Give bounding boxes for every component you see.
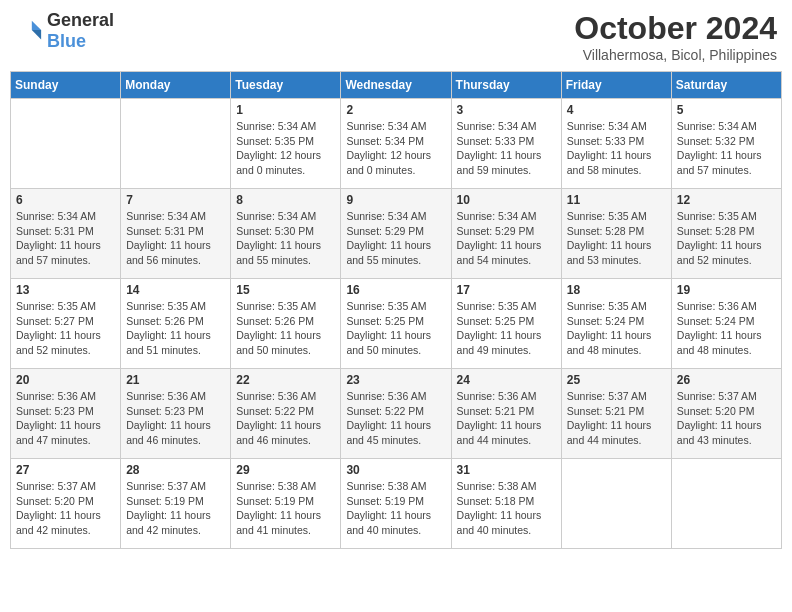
day-number: 4 <box>567 103 666 117</box>
day-detail: Sunrise: 5:36 AM Sunset: 5:22 PM Dayligh… <box>236 389 335 448</box>
day-number: 19 <box>677 283 776 297</box>
day-number: 11 <box>567 193 666 207</box>
calendar-cell: 8Sunrise: 5:34 AM Sunset: 5:30 PM Daylig… <box>231 189 341 279</box>
day-number: 13 <box>16 283 115 297</box>
day-number: 14 <box>126 283 225 297</box>
calendar-cell: 2Sunrise: 5:34 AM Sunset: 5:34 PM Daylig… <box>341 99 451 189</box>
calendar-cell: 28Sunrise: 5:37 AM Sunset: 5:19 PM Dayli… <box>121 459 231 549</box>
calendar-cell: 22Sunrise: 5:36 AM Sunset: 5:22 PM Dayli… <box>231 369 341 459</box>
calendar-week-4: 20Sunrise: 5:36 AM Sunset: 5:23 PM Dayli… <box>11 369 782 459</box>
day-detail: Sunrise: 5:34 AM Sunset: 5:30 PM Dayligh… <box>236 209 335 268</box>
calendar-week-2: 6Sunrise: 5:34 AM Sunset: 5:31 PM Daylig… <box>11 189 782 279</box>
day-detail: Sunrise: 5:34 AM Sunset: 5:32 PM Dayligh… <box>677 119 776 178</box>
calendar-cell <box>121 99 231 189</box>
calendar-cell: 4Sunrise: 5:34 AM Sunset: 5:33 PM Daylig… <box>561 99 671 189</box>
calendar-cell: 20Sunrise: 5:36 AM Sunset: 5:23 PM Dayli… <box>11 369 121 459</box>
calendar-cell: 5Sunrise: 5:34 AM Sunset: 5:32 PM Daylig… <box>671 99 781 189</box>
day-detail: Sunrise: 5:38 AM Sunset: 5:19 PM Dayligh… <box>236 479 335 538</box>
calendar-cell <box>671 459 781 549</box>
day-number: 8 <box>236 193 335 207</box>
day-number: 20 <box>16 373 115 387</box>
day-number: 6 <box>16 193 115 207</box>
weekday-header-saturday: Saturday <box>671 72 781 99</box>
day-detail: Sunrise: 5:37 AM Sunset: 5:19 PM Dayligh… <box>126 479 225 538</box>
day-detail: Sunrise: 5:35 AM Sunset: 5:27 PM Dayligh… <box>16 299 115 358</box>
weekday-header-monday: Monday <box>121 72 231 99</box>
calendar-cell: 14Sunrise: 5:35 AM Sunset: 5:26 PM Dayli… <box>121 279 231 369</box>
month-title: October 2024 <box>574 10 777 47</box>
calendar-cell <box>11 99 121 189</box>
calendar-cell: 31Sunrise: 5:38 AM Sunset: 5:18 PM Dayli… <box>451 459 561 549</box>
day-number: 26 <box>677 373 776 387</box>
day-number: 22 <box>236 373 335 387</box>
day-detail: Sunrise: 5:35 AM Sunset: 5:28 PM Dayligh… <box>677 209 776 268</box>
day-number: 31 <box>457 463 556 477</box>
calendar-cell: 11Sunrise: 5:35 AM Sunset: 5:28 PM Dayli… <box>561 189 671 279</box>
day-number: 18 <box>567 283 666 297</box>
day-number: 3 <box>457 103 556 117</box>
calendar-cell: 12Sunrise: 5:35 AM Sunset: 5:28 PM Dayli… <box>671 189 781 279</box>
day-number: 10 <box>457 193 556 207</box>
day-detail: Sunrise: 5:35 AM Sunset: 5:24 PM Dayligh… <box>567 299 666 358</box>
day-detail: Sunrise: 5:35 AM Sunset: 5:26 PM Dayligh… <box>236 299 335 358</box>
weekday-header-sunday: Sunday <box>11 72 121 99</box>
calendar-cell: 21Sunrise: 5:36 AM Sunset: 5:23 PM Dayli… <box>121 369 231 459</box>
calendar-cell: 24Sunrise: 5:36 AM Sunset: 5:21 PM Dayli… <box>451 369 561 459</box>
calendar-cell: 27Sunrise: 5:37 AM Sunset: 5:20 PM Dayli… <box>11 459 121 549</box>
weekday-header-tuesday: Tuesday <box>231 72 341 99</box>
day-number: 25 <box>567 373 666 387</box>
day-number: 24 <box>457 373 556 387</box>
day-detail: Sunrise: 5:35 AM Sunset: 5:25 PM Dayligh… <box>457 299 556 358</box>
calendar-cell: 7Sunrise: 5:34 AM Sunset: 5:31 PM Daylig… <box>121 189 231 279</box>
day-number: 21 <box>126 373 225 387</box>
day-detail: Sunrise: 5:34 AM Sunset: 5:33 PM Dayligh… <box>567 119 666 178</box>
day-number: 29 <box>236 463 335 477</box>
logo: General Blue <box>15 10 114 52</box>
calendar-cell: 13Sunrise: 5:35 AM Sunset: 5:27 PM Dayli… <box>11 279 121 369</box>
day-detail: Sunrise: 5:36 AM Sunset: 5:22 PM Dayligh… <box>346 389 445 448</box>
day-number: 9 <box>346 193 445 207</box>
page-header: General Blue October 2024 Villahermosa, … <box>10 10 782 63</box>
calendar-cell: 23Sunrise: 5:36 AM Sunset: 5:22 PM Dayli… <box>341 369 451 459</box>
day-detail: Sunrise: 5:34 AM Sunset: 5:29 PM Dayligh… <box>457 209 556 268</box>
day-number: 17 <box>457 283 556 297</box>
day-number: 12 <box>677 193 776 207</box>
day-number: 16 <box>346 283 445 297</box>
day-detail: Sunrise: 5:34 AM Sunset: 5:35 PM Dayligh… <box>236 119 335 178</box>
day-detail: Sunrise: 5:34 AM Sunset: 5:31 PM Dayligh… <box>126 209 225 268</box>
day-number: 1 <box>236 103 335 117</box>
calendar-cell: 6Sunrise: 5:34 AM Sunset: 5:31 PM Daylig… <box>11 189 121 279</box>
calendar-cell: 10Sunrise: 5:34 AM Sunset: 5:29 PM Dayli… <box>451 189 561 279</box>
weekday-header-thursday: Thursday <box>451 72 561 99</box>
calendar-week-5: 27Sunrise: 5:37 AM Sunset: 5:20 PM Dayli… <box>11 459 782 549</box>
calendar-cell: 3Sunrise: 5:34 AM Sunset: 5:33 PM Daylig… <box>451 99 561 189</box>
day-detail: Sunrise: 5:37 AM Sunset: 5:21 PM Dayligh… <box>567 389 666 448</box>
weekday-header-friday: Friday <box>561 72 671 99</box>
calendar-week-3: 13Sunrise: 5:35 AM Sunset: 5:27 PM Dayli… <box>11 279 782 369</box>
day-detail: Sunrise: 5:34 AM Sunset: 5:31 PM Dayligh… <box>16 209 115 268</box>
day-detail: Sunrise: 5:36 AM Sunset: 5:21 PM Dayligh… <box>457 389 556 448</box>
calendar-cell: 30Sunrise: 5:38 AM Sunset: 5:19 PM Dayli… <box>341 459 451 549</box>
calendar-cell: 18Sunrise: 5:35 AM Sunset: 5:24 PM Dayli… <box>561 279 671 369</box>
day-detail: Sunrise: 5:36 AM Sunset: 5:23 PM Dayligh… <box>126 389 225 448</box>
location: Villahermosa, Bicol, Philippines <box>574 47 777 63</box>
day-detail: Sunrise: 5:38 AM Sunset: 5:19 PM Dayligh… <box>346 479 445 538</box>
day-detail: Sunrise: 5:34 AM Sunset: 5:33 PM Dayligh… <box>457 119 556 178</box>
day-detail: Sunrise: 5:38 AM Sunset: 5:18 PM Dayligh… <box>457 479 556 538</box>
calendar-cell: 17Sunrise: 5:35 AM Sunset: 5:25 PM Dayli… <box>451 279 561 369</box>
day-detail: Sunrise: 5:34 AM Sunset: 5:29 PM Dayligh… <box>346 209 445 268</box>
logo-text: General Blue <box>47 10 114 52</box>
day-number: 15 <box>236 283 335 297</box>
calendar-week-1: 1Sunrise: 5:34 AM Sunset: 5:35 PM Daylig… <box>11 99 782 189</box>
calendar-cell: 1Sunrise: 5:34 AM Sunset: 5:35 PM Daylig… <box>231 99 341 189</box>
calendar-cell: 9Sunrise: 5:34 AM Sunset: 5:29 PM Daylig… <box>341 189 451 279</box>
calendar-cell: 29Sunrise: 5:38 AM Sunset: 5:19 PM Dayli… <box>231 459 341 549</box>
calendar-table: SundayMondayTuesdayWednesdayThursdayFrid… <box>10 71 782 549</box>
day-number: 23 <box>346 373 445 387</box>
title-section: October 2024 Villahermosa, Bicol, Philip… <box>574 10 777 63</box>
logo-icon <box>15 17 43 45</box>
day-detail: Sunrise: 5:37 AM Sunset: 5:20 PM Dayligh… <box>16 479 115 538</box>
day-detail: Sunrise: 5:36 AM Sunset: 5:23 PM Dayligh… <box>16 389 115 448</box>
calendar-cell: 15Sunrise: 5:35 AM Sunset: 5:26 PM Dayli… <box>231 279 341 369</box>
day-detail: Sunrise: 5:35 AM Sunset: 5:25 PM Dayligh… <box>346 299 445 358</box>
